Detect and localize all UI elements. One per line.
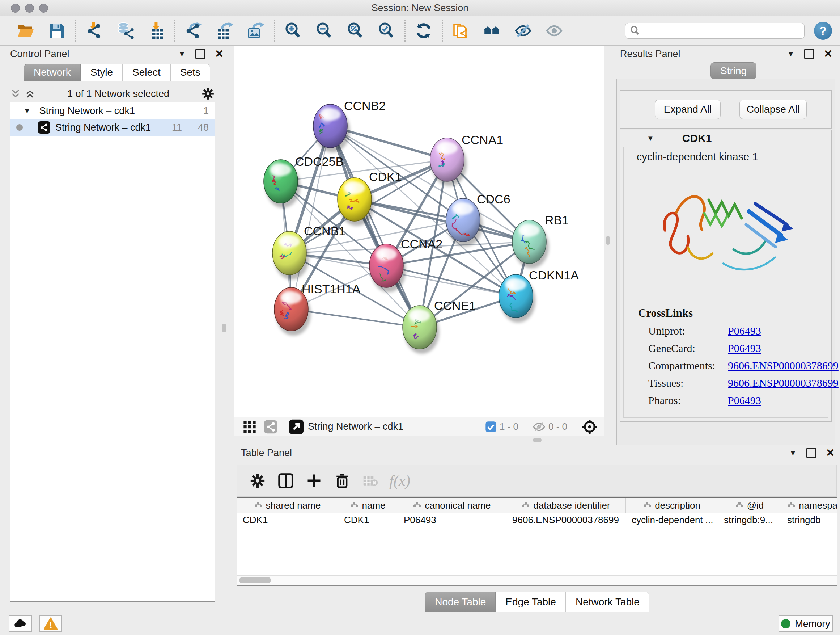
control-panel-collapse-icon[interactable]: ▼ [178,49,186,59]
cell[interactable]: CDK1 [237,513,338,527]
open-in-window-icon[interactable] [288,419,304,435]
table-panel-close-icon[interactable]: ✕ [826,448,835,458]
create-column-button[interactable] [305,471,324,490]
grid-view-icon[interactable] [242,420,257,434]
column-header-sharedname[interactable]: shared name [237,498,338,513]
delete-column-button[interactable] [333,471,352,490]
export-table-button[interactable] [209,17,240,44]
network-overview-icon[interactable] [264,420,278,434]
crosslink-link[interactable]: P06493 [728,342,761,355]
crosslink-link[interactable]: P06493 [728,394,761,407]
search-input[interactable] [643,24,804,38]
svg-text:CDC25B: CDC25B [295,155,344,168]
search-field[interactable] [625,23,805,39]
column-header-id[interactable]: @id [718,498,782,513]
table-panel-collapse-icon[interactable]: ▼ [789,448,797,458]
network-canvas[interactable]: CCNB2CCNA1CDC25BCDK1CDC6RB1CCNB1CCNA2CDK… [234,46,604,417]
show-all-button[interactable] [538,17,570,44]
collapse-all-button[interactable]: Collapse All [739,100,807,119]
cell[interactable]: CDK1 [338,513,398,527]
zoom-selected-button[interactable] [371,17,402,44]
cell[interactable]: stringdb [782,513,837,527]
left-splitter-handle[interactable] [222,324,226,333]
fit-selected-crosshair-icon[interactable] [581,418,598,435]
scrollbar-thumb[interactable] [239,577,271,583]
node-table-row[interactable]: CDK1CDK1P064939606.ENSP00000378699cyclin… [237,513,837,527]
table-panel-float-icon[interactable] [806,448,816,458]
zoom-in-button[interactable] [278,17,309,44]
cdk1-section-title: CDK1 [682,132,712,144]
protein-description: cyclin-dependent kinase 1 [624,147,828,163]
column-header-databaseidentifier[interactable]: database identifier [507,498,626,513]
zoom-fit-button[interactable] [340,17,371,44]
column-type-icon [254,501,262,509]
column-header-namespace[interactable]: namespace [782,498,837,513]
table-horizontal-scrollbar[interactable] [237,575,837,585]
cdk1-section-header[interactable]: ▼ CDK1 [620,130,831,146]
show-columns-button[interactable] [276,471,295,490]
hidden-eye-slash-icon[interactable] [532,420,546,433]
crosslink-link[interactable]: 9606.ENSP00000378699 [728,377,838,389]
export-image-button[interactable] [240,17,271,44]
cdk1-expander-icon[interactable]: ▼ [647,134,654,143]
network-row[interactable]: String Network – cdk1 11 48 [11,119,215,136]
results-panel-float-icon[interactable] [804,49,814,59]
import-database-icon [117,22,134,40]
bottom-splitter-handle[interactable] [533,438,542,442]
cell[interactable]: stringdb:9... [718,513,782,527]
tab-network[interactable]: Network [24,64,81,81]
cell[interactable]: 9606.ENSP00000378699 [507,513,626,527]
import-network-icon [85,22,103,40]
toolbar-separator [174,20,175,42]
memory-button[interactable]: Memory [778,616,833,632]
open-session-button[interactable] [10,17,41,44]
cloud-status-button[interactable] [9,616,32,632]
cell[interactable]: cyclin-dependent ... [626,513,718,527]
hide-selected-button[interactable] [508,17,538,44]
warnings-button[interactable] [39,616,62,632]
save-session-button[interactable] [41,17,73,44]
network-options-gear-icon[interactable] [201,87,215,101]
control-panel-close-icon[interactable]: ✕ [215,49,224,59]
tab-node-table[interactable]: Node Table [425,592,496,612]
column-header-description[interactable]: description [626,498,718,513]
network-collection-row[interactable]: ▼ String Network – cdk1 1 [11,103,215,119]
tab-select[interactable]: Select [123,64,171,81]
node-table[interactable]: shared namenamecanonical namedatabase id… [237,497,837,586]
column-header-name[interactable]: name [338,498,398,513]
import-network-file-button[interactable] [79,17,110,44]
string-network-graph[interactable]: CCNB2CCNA1CDC25BCDK1CDC6RB1CCNB1CCNA2CDK… [234,46,604,417]
tab-sets[interactable]: Sets [171,64,210,81]
tab-style[interactable]: Style [81,64,123,81]
control-panel-title: Control Panel [10,49,69,60]
toolbar-separator [404,20,406,42]
column-type-icon [736,501,744,509]
tab-string[interactable]: String [711,62,756,79]
crosslink-label: Compartments: [624,359,728,372]
first-neighbors-button[interactable] [477,17,508,44]
crosslink-link[interactable]: 9606.ENSP00000378699 [728,359,838,372]
tab-edge-table[interactable]: Edge Table [496,592,566,612]
column-header-canonicalname[interactable]: canonical name [398,498,507,513]
crosslink-link[interactable]: P06493 [728,325,761,337]
control-panel-float-icon[interactable] [195,49,205,59]
cell[interactable]: P06493 [398,513,507,527]
expand-all-button[interactable]: Expand All [655,100,721,119]
new-network-from-selection-button[interactable] [445,17,477,44]
tab-network-table[interactable]: Network Table [566,592,649,612]
apply-layout-button[interactable] [408,17,439,44]
results-panel-collapse-icon[interactable]: ▼ [787,49,795,59]
table-options-button[interactable] [248,471,267,490]
export-network-button[interactable] [178,17,209,44]
results-panel-close-icon[interactable]: ✕ [824,49,833,59]
import-table-file-button[interactable] [141,17,172,44]
import-network-database-button[interactable] [110,17,141,44]
collapse-all-icon[interactable] [10,88,21,99]
memory-label: Memory [795,618,830,630]
right-splitter-handle[interactable] [606,236,610,245]
zoom-out-button[interactable] [309,17,340,44]
help-button[interactable]: ? [814,22,832,40]
collection-expander-icon[interactable]: ▼ [24,107,31,115]
expand-all-icon[interactable] [25,88,35,99]
selected-checkbox-icon[interactable] [485,421,497,432]
